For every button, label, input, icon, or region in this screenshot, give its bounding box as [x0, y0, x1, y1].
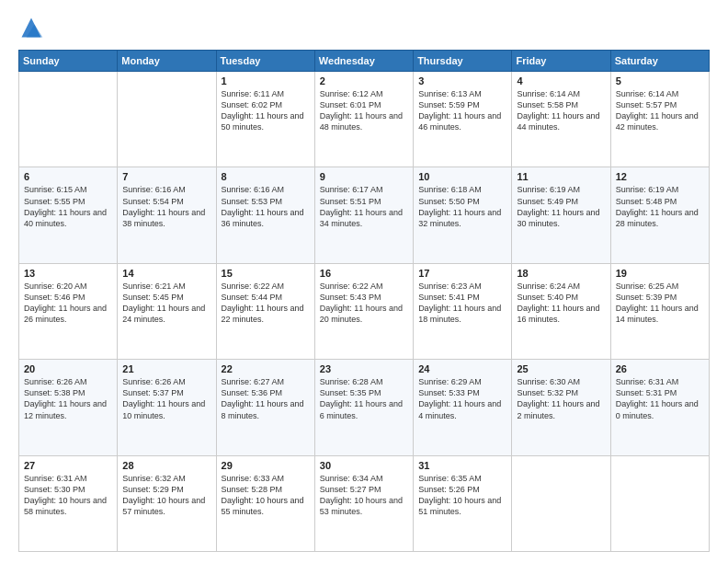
calendar-cell: 25Sunrise: 6:30 AM Sunset: 5:32 PM Dayli…: [512, 360, 610, 455]
day-number: 16: [320, 268, 408, 279]
calendar-week-2: 6Sunrise: 6:15 AM Sunset: 5:55 PM Daylig…: [19, 167, 710, 263]
calendar-cell: 5Sunrise: 6:14 AM Sunset: 5:57 PM Daylig…: [610, 72, 709, 167]
day-number: 20: [24, 363, 112, 374]
header: [18, 15, 710, 40]
weekday-friday: Friday: [512, 51, 610, 72]
weekday-saturday: Saturday: [610, 51, 709, 72]
calendar-cell: 12Sunrise: 6:19 AM Sunset: 5:48 PM Dayli…: [610, 167, 709, 263]
day-info: Sunrise: 6:24 AM Sunset: 5:40 PM Dayligh…: [517, 281, 605, 326]
logo: [18, 15, 48, 40]
day-number: 30: [320, 460, 408, 471]
day-info: Sunrise: 6:30 AM Sunset: 5:32 PM Dayligh…: [517, 376, 605, 421]
calendar-cell: 8Sunrise: 6:16 AM Sunset: 5:53 PM Daylig…: [216, 167, 314, 263]
day-number: 26: [616, 363, 704, 374]
day-info: Sunrise: 6:16 AM Sunset: 5:53 PM Dayligh…: [222, 184, 310, 229]
day-number: 13: [24, 268, 112, 279]
day-info: Sunrise: 6:25 AM Sunset: 5:39 PM Dayligh…: [616, 281, 704, 326]
day-info: Sunrise: 6:23 AM Sunset: 5:41 PM Dayligh…: [418, 281, 506, 326]
day-number: 3: [418, 75, 506, 86]
calendar-week-5: 27Sunrise: 6:31 AM Sunset: 5:30 PM Dayli…: [19, 455, 710, 551]
day-info: Sunrise: 6:28 AM Sunset: 5:35 PM Dayligh…: [320, 376, 408, 421]
calendar-cell: 6Sunrise: 6:15 AM Sunset: 5:55 PM Daylig…: [19, 167, 118, 263]
day-info: Sunrise: 6:27 AM Sunset: 5:36 PM Dayligh…: [222, 376, 310, 421]
calendar-cell: 24Sunrise: 6:29 AM Sunset: 5:33 PM Dayli…: [414, 360, 512, 455]
day-info: Sunrise: 6:31 AM Sunset: 5:31 PM Dayligh…: [616, 376, 704, 421]
calendar-cell: [610, 455, 709, 551]
day-info: Sunrise: 6:33 AM Sunset: 5:28 PM Dayligh…: [222, 473, 310, 518]
day-info: Sunrise: 6:18 AM Sunset: 5:50 PM Dayligh…: [418, 184, 506, 229]
calendar-cell: [118, 72, 216, 167]
calendar-cell: 22Sunrise: 6:27 AM Sunset: 5:36 PM Dayli…: [216, 360, 314, 455]
day-number: 11: [517, 171, 605, 182]
calendar-cell: [512, 455, 610, 551]
calendar-cell: 10Sunrise: 6:18 AM Sunset: 5:50 PM Dayli…: [414, 167, 512, 263]
calendar-cell: 27Sunrise: 6:31 AM Sunset: 5:30 PM Dayli…: [19, 455, 118, 551]
day-number: 5: [616, 75, 704, 86]
calendar-week-3: 13Sunrise: 6:20 AM Sunset: 5:46 PM Dayli…: [19, 263, 710, 359]
calendar-cell: 1Sunrise: 6:11 AM Sunset: 6:02 PM Daylig…: [216, 72, 314, 167]
day-info: Sunrise: 6:19 AM Sunset: 5:48 PM Dayligh…: [616, 184, 704, 229]
calendar-cell: 16Sunrise: 6:22 AM Sunset: 5:43 PM Dayli…: [314, 263, 413, 359]
day-info: Sunrise: 6:12 AM Sunset: 6:01 PM Dayligh…: [320, 88, 408, 133]
calendar-cell: 17Sunrise: 6:23 AM Sunset: 5:41 PM Dayli…: [414, 263, 512, 359]
calendar-cell: 2Sunrise: 6:12 AM Sunset: 6:01 PM Daylig…: [314, 72, 413, 167]
day-number: 10: [418, 171, 506, 182]
day-number: 7: [122, 171, 210, 182]
day-info: Sunrise: 6:16 AM Sunset: 5:54 PM Dayligh…: [122, 184, 210, 229]
day-number: 9: [320, 171, 408, 182]
weekday-thursday: Thursday: [414, 51, 512, 72]
calendar-cell: 3Sunrise: 6:13 AM Sunset: 5:59 PM Daylig…: [414, 72, 512, 167]
day-info: Sunrise: 6:31 AM Sunset: 5:30 PM Dayligh…: [24, 473, 112, 518]
calendar-cell: 31Sunrise: 6:35 AM Sunset: 5:26 PM Dayli…: [414, 455, 512, 551]
day-number: 15: [222, 268, 310, 279]
day-info: Sunrise: 6:29 AM Sunset: 5:33 PM Dayligh…: [418, 376, 506, 421]
calendar-week-4: 20Sunrise: 6:26 AM Sunset: 5:38 PM Dayli…: [19, 360, 710, 455]
day-info: Sunrise: 6:26 AM Sunset: 5:38 PM Dayligh…: [24, 376, 112, 421]
day-info: Sunrise: 6:19 AM Sunset: 5:49 PM Dayligh…: [517, 184, 605, 229]
calendar-cell: 28Sunrise: 6:32 AM Sunset: 5:29 PM Dayli…: [118, 455, 216, 551]
day-info: Sunrise: 6:14 AM Sunset: 5:57 PM Dayligh…: [616, 88, 704, 133]
calendar-cell: [19, 72, 118, 167]
calendar-cell: 29Sunrise: 6:33 AM Sunset: 5:28 PM Dayli…: [216, 455, 314, 551]
weekday-tuesday: Tuesday: [216, 51, 314, 72]
day-number: 18: [517, 268, 605, 279]
day-info: Sunrise: 6:17 AM Sunset: 5:51 PM Dayligh…: [320, 184, 408, 229]
calendar-cell: 30Sunrise: 6:34 AM Sunset: 5:27 PM Dayli…: [314, 455, 413, 551]
day-number: 17: [418, 268, 506, 279]
calendar-cell: 11Sunrise: 6:19 AM Sunset: 5:49 PM Dayli…: [512, 167, 610, 263]
day-number: 6: [24, 171, 112, 182]
day-number: 22: [222, 363, 310, 374]
day-number: 25: [517, 363, 605, 374]
day-number: 31: [418, 460, 506, 471]
day-number: 2: [320, 75, 408, 86]
weekday-sunday: Sunday: [19, 51, 118, 72]
calendar-cell: 4Sunrise: 6:14 AM Sunset: 5:58 PM Daylig…: [512, 72, 610, 167]
calendar-cell: 14Sunrise: 6:21 AM Sunset: 5:45 PM Dayli…: [118, 263, 216, 359]
day-number: 27: [24, 460, 112, 471]
calendar-cell: 18Sunrise: 6:24 AM Sunset: 5:40 PM Dayli…: [512, 263, 610, 359]
calendar-cell: 9Sunrise: 6:17 AM Sunset: 5:51 PM Daylig…: [314, 167, 413, 263]
calendar-cell: 7Sunrise: 6:16 AM Sunset: 5:54 PM Daylig…: [118, 167, 216, 263]
day-info: Sunrise: 6:11 AM Sunset: 6:02 PM Dayligh…: [222, 88, 310, 133]
day-info: Sunrise: 6:26 AM Sunset: 5:37 PM Dayligh…: [122, 376, 210, 421]
weekday-header-row: SundayMondayTuesdayWednesdayThursdayFrid…: [19, 51, 710, 72]
calendar-cell: 19Sunrise: 6:25 AM Sunset: 5:39 PM Dayli…: [610, 263, 709, 359]
day-info: Sunrise: 6:34 AM Sunset: 5:27 PM Dayligh…: [320, 473, 408, 518]
logo-icon: [18, 15, 44, 40]
day-number: 8: [222, 171, 310, 182]
day-info: Sunrise: 6:13 AM Sunset: 5:59 PM Dayligh…: [418, 88, 506, 133]
calendar-cell: 23Sunrise: 6:28 AM Sunset: 5:35 PM Dayli…: [314, 360, 413, 455]
day-number: 1: [222, 75, 310, 86]
day-info: Sunrise: 6:14 AM Sunset: 5:58 PM Dayligh…: [517, 88, 605, 133]
page: SundayMondayTuesdayWednesdayThursdayFrid…: [0, 0, 728, 563]
day-info: Sunrise: 6:22 AM Sunset: 5:44 PM Dayligh…: [222, 281, 310, 326]
calendar-cell: 26Sunrise: 6:31 AM Sunset: 5:31 PM Dayli…: [610, 360, 709, 455]
weekday-wednesday: Wednesday: [314, 51, 413, 72]
day-number: 28: [122, 460, 210, 471]
calendar-cell: 15Sunrise: 6:22 AM Sunset: 5:44 PM Dayli…: [216, 263, 314, 359]
weekday-monday: Monday: [118, 51, 216, 72]
calendar-week-1: 1Sunrise: 6:11 AM Sunset: 6:02 PM Daylig…: [19, 72, 710, 167]
day-number: 19: [616, 268, 704, 279]
day-number: 21: [122, 363, 210, 374]
day-number: 4: [517, 75, 605, 86]
